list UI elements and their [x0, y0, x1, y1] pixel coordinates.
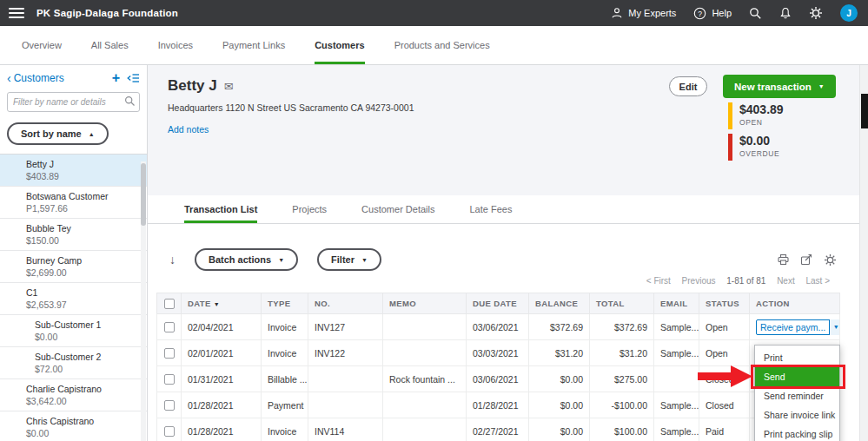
- row-checkbox[interactable]: [164, 348, 175, 359]
- table-row[interactable]: 02/01/2021 Invoice INV122 03/03/2021 $31…: [157, 340, 840, 366]
- cell-email: Sample...: [654, 340, 699, 366]
- col-status[interactable]: STATUS: [699, 293, 750, 314]
- table-row[interactable]: 02/04/2021 Invoice INV127 03/06/2021 $37…: [157, 314, 840, 340]
- col-total[interactable]: TOTAL: [590, 293, 654, 314]
- help-button[interactable]: ? Help: [693, 7, 732, 20]
- customer-list-item[interactable]: Sub-Customer 1 $0.00: [0, 315, 147, 347]
- notifications-bell-icon[interactable]: [779, 7, 792, 20]
- help-label: Help: [712, 8, 732, 18]
- menu-item-print-packing-slip[interactable]: Print packing slip: [755, 425, 839, 441]
- row-checkbox[interactable]: [164, 400, 175, 411]
- col-email[interactable]: EMAIL: [654, 293, 699, 314]
- edit-button[interactable]: Edit: [669, 76, 707, 96]
- hamburger-menu-icon[interactable]: [9, 8, 24, 18]
- cell-balance: $0.00: [529, 366, 590, 392]
- customer-list-item[interactable]: Betty J $403.89: [0, 155, 147, 187]
- row-checkbox[interactable]: [164, 322, 175, 332]
- email-envelope-icon[interactable]: ✉: [224, 80, 234, 93]
- cell-memo: [383, 392, 467, 418]
- customer-list-item[interactable]: Bubble Tey $150.00: [0, 219, 147, 251]
- row-checkbox[interactable]: [164, 426, 175, 437]
- nav-tab-products-services[interactable]: Products and Services: [394, 26, 490, 64]
- tab-late-fees[interactable]: Late Fees: [469, 195, 512, 223]
- cell-total: $372.69: [590, 314, 654, 340]
- menu-item-print[interactable]: Print: [755, 348, 839, 367]
- cell-total: $100.00: [590, 418, 654, 441]
- customer-filter-input[interactable]: [7, 92, 140, 112]
- row-checkbox[interactable]: [164, 374, 175, 385]
- receive-payment-dropdown[interactable]: Receive paym... ▼: [756, 319, 840, 335]
- col-date[interactable]: DATE▼: [182, 293, 262, 314]
- table-row[interactable]: 01/28/2021 Payment 01/28/2021 $0.00 -$10…: [157, 392, 840, 418]
- nav-tab-all-sales[interactable]: All Sales: [91, 26, 129, 64]
- cell-status: Open: [699, 314, 750, 340]
- customer-list-item[interactable]: Botswana Customer P1,597.66: [0, 187, 147, 219]
- main-content: Betty J ✉ Headquarters 1120 N Street US …: [148, 65, 859, 441]
- customer-name: Chris Capistrano: [26, 416, 140, 426]
- nav-tab-customers[interactable]: Customers: [315, 26, 364, 64]
- tab-transaction-list[interactable]: Transaction List: [184, 195, 257, 223]
- batch-actions-label: Batch actions: [209, 254, 271, 265]
- my-experts-button[interactable]: My Experts: [611, 7, 676, 19]
- col-balance[interactable]: BALANCE: [529, 293, 590, 314]
- cell-type: Invoice: [262, 418, 308, 441]
- user-avatar[interactable]: J: [840, 4, 858, 22]
- customer-list-item[interactable]: Chris Capistrano $0.00: [0, 411, 147, 441]
- customer-balance: $2,653.97: [26, 299, 140, 310]
- nav-tab-invoices[interactable]: Invoices: [158, 26, 193, 64]
- chevron-down-icon: ▼: [818, 83, 825, 89]
- nav-tab-overview[interactable]: Overview: [22, 26, 62, 64]
- customer-name: Botswana Customer: [26, 191, 140, 201]
- add-customer-icon[interactable]: +: [112, 71, 120, 85]
- pagination-next[interactable]: Next: [777, 276, 795, 286]
- customer-list-item[interactable]: Burney Camp $2,699.00: [0, 251, 147, 283]
- customer-list-item[interactable]: Charlie Capistrano $3,642.00: [0, 379, 147, 411]
- sidebar-scrollbar[interactable]: [141, 161, 146, 441]
- nav-tab-payment-links[interactable]: Payment Links: [222, 26, 285, 64]
- col-due-date[interactable]: DUE DATE: [467, 293, 529, 314]
- batch-actions-button[interactable]: Batch actions ▼: [195, 248, 298, 271]
- pagination-first[interactable]: < First: [646, 276, 671, 286]
- pagination-range: 1-81 of 81: [726, 276, 765, 286]
- customer-list-item[interactable]: Sub-Customer 2 $72.00: [0, 347, 147, 379]
- menu-item-send[interactable]: Send: [755, 367, 839, 386]
- customers-back-link[interactable]: ‹ Customers: [7, 72, 64, 84]
- add-notes-link[interactable]: Add notes: [168, 124, 209, 135]
- col-no[interactable]: NO.: [308, 293, 383, 314]
- table-settings-gear-icon[interactable]: [824, 253, 837, 267]
- page-scrollbar[interactable]: [859, 65, 868, 441]
- cell-type: Billable ...: [262, 366, 308, 392]
- sidebar-scrollbar-thumb[interactable]: [141, 163, 146, 226]
- sort-by-name-button[interactable]: Sort by name ▲: [7, 122, 109, 145]
- cell-total: $31.20: [590, 340, 654, 366]
- collapse-list-icon[interactable]: [127, 72, 140, 84]
- customer-balance: $150.00: [26, 235, 140, 246]
- menu-item-send-reminder[interactable]: Send reminder: [755, 386, 839, 405]
- filter-button[interactable]: Filter ▼: [317, 248, 381, 271]
- page-scrollbar-thumb[interactable]: [861, 94, 868, 128]
- export-icon[interactable]: [800, 253, 813, 266]
- cell-due-date: 03/06/2021: [467, 366, 529, 392]
- print-icon[interactable]: [777, 253, 790, 266]
- table-row[interactable]: 01/31/2021 Billable ... Rock fountain ..…: [157, 366, 840, 392]
- col-type[interactable]: TYPE: [262, 293, 308, 314]
- customer-list-item[interactable]: C1 $2,653.97: [0, 283, 147, 315]
- sidebar-top-icons: +: [112, 71, 140, 85]
- chevron-down-icon[interactable]: ▼: [829, 319, 839, 335]
- table-row[interactable]: 01/28/2021 Invoice INV114 02/27/2021 $0.…: [157, 418, 840, 441]
- sort-order-icon[interactable]: ↓: [169, 253, 176, 267]
- pagination-previous[interactable]: Previous: [682, 276, 716, 286]
- col-memo[interactable]: MEMO: [383, 293, 467, 314]
- tab-projects[interactable]: Projects: [292, 195, 327, 223]
- search-icon[interactable]: [749, 7, 762, 20]
- pagination-last[interactable]: Last >: [805, 276, 830, 286]
- new-transaction-button[interactable]: New transaction ▼: [723, 75, 836, 98]
- tab-customer-details[interactable]: Customer Details: [361, 195, 434, 223]
- cell-balance: $0.00: [529, 418, 590, 441]
- menu-item-share-invoice-link[interactable]: Share invoice link: [755, 405, 839, 425]
- open-balance-summary: $403.89 OPEN: [728, 102, 784, 129]
- select-all-checkbox[interactable]: [164, 299, 175, 309]
- new-transaction-label: New transaction: [734, 82, 812, 92]
- settings-gear-icon[interactable]: [809, 6, 823, 20]
- cell-date: 01/28/2021: [182, 418, 262, 441]
